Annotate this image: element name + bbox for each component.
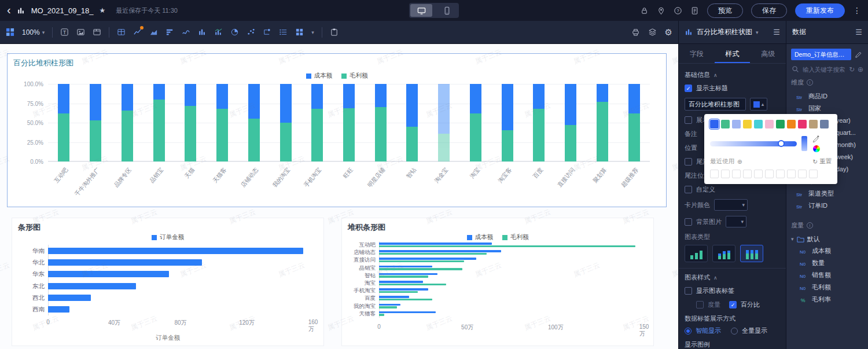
cost-bar[interactable] [379,273,437,275]
profit-bar[interactable] [379,253,487,255]
add-field-icon[interactable]: ⊕ [858,65,863,74]
measure-field[interactable]: N0数量 [791,257,863,269]
add-recent-icon[interactable]: ⊕ [737,158,742,165]
profit-bar[interactable] [379,284,446,286]
option-checkbox[interactable] [685,116,692,124]
section-chart-style[interactable]: 图表样式 ∧ [685,273,780,282]
measure-field[interactable]: N0销售额 [791,269,863,281]
dimension-field[interactable]: Str渠道类型 [791,188,863,200]
flow-chart-icon[interactable] [263,28,271,36]
measure-field[interactable]: N0毛利额 [791,281,863,293]
settings-gear-icon[interactable]: ⚙ [665,27,672,38]
info-icon[interactable]: i [807,222,813,229]
profit-bar[interactable] [379,275,428,278]
chevron-down-icon[interactable]: ▾ [756,30,759,35]
dimension-field[interactable]: Str订单ID [791,200,863,212]
cost-bar[interactable] [379,304,400,306]
order-amount-bar[interactable] [48,283,136,289]
stacked-column[interactable] [280,84,292,161]
color-swatch[interactable] [787,120,796,128]
more-menu-icon[interactable]: ⋮ [853,6,861,15]
stacked-column[interactable] [565,84,576,161]
tab-fields[interactable]: 字段 [679,44,715,63]
line-chart-icon[interactable] [133,28,142,36]
legend-item[interactable]: 订单金额 [152,233,184,241]
empty-swatch[interactable] [710,170,719,178]
tab-advanced[interactable]: 高级 [750,44,786,63]
stacked-column-type[interactable] [712,245,735,262]
stacked-column[interactable] [248,84,260,161]
widgets-logo-icon[interactable] [6,28,14,36]
info-icon[interactable]: i [807,79,813,86]
combo-chart-icon[interactable] [214,28,223,36]
stacked-column[interactable] [628,84,640,161]
zoom-select[interactable]: 100% ▾ [22,28,45,36]
order-amount-bar[interactable] [48,248,303,254]
stacked-column[interactable] [343,84,355,161]
color-swatch[interactable] [798,120,807,128]
color-swatch[interactable] [820,120,829,128]
profit-bar[interactable] [379,291,418,293]
empty-swatch[interactable] [721,170,730,178]
cost-bar[interactable] [379,250,501,252]
stacked-column[interactable] [375,84,387,161]
color-swatch[interactable] [809,120,818,128]
percent-stacked-column-type[interactable] [740,245,763,262]
chevron-down-icon[interactable]: ▾ [311,30,314,35]
dashboard-canvas[interactable]: 百分比堆积柱形图 成本额毛利额 100.0%75.0%50.0%25.0%0.0… [0,44,678,349]
scatter-chart-icon[interactable] [247,28,255,36]
order-amount-bar[interactable] [48,295,91,301]
panel-menu-icon[interactable]: ☰ [855,28,862,36]
empty-swatch[interactable] [798,170,807,178]
stacked-column[interactable] [122,84,133,161]
image-widget-icon[interactable] [76,28,85,36]
pie-chart-icon[interactable] [230,28,239,36]
profit-bar[interactable] [379,306,397,308]
stacked-column[interactable] [406,84,418,161]
empty-swatch[interactable] [787,170,796,178]
save-button[interactable]: 保存 [751,3,787,18]
stacked-column[interactable] [438,84,450,161]
dimension-field[interactable]: Str国家 [791,102,863,115]
lock-icon[interactable] [640,6,649,15]
layers-icon[interactable] [648,28,657,36]
color-swatch[interactable] [754,120,763,128]
stacked-column[interactable] [185,84,196,161]
smart-display-radio[interactable] [685,328,692,335]
audit-doc-icon[interactable] [690,6,699,15]
percent-checkbox[interactable]: ✓ [729,301,737,308]
desktop-view-button[interactable] [410,4,432,17]
empty-swatch[interactable] [754,170,763,178]
stacked-column[interactable] [597,84,608,161]
column-chart-type[interactable] [685,245,708,262]
chart-selector[interactable]: 百分比堆积柱状图 [697,27,752,37]
measure-checkbox[interactable] [696,301,704,308]
mobile-view-button[interactable] [436,4,458,17]
stacked-column[interactable] [58,84,69,161]
title-color-button[interactable]: ▴ [750,98,767,111]
cost-bar[interactable] [379,281,423,283]
order-amount-bar[interactable] [48,306,69,313]
profit-bar[interactable] [379,314,384,316]
stacked-column[interactable] [502,84,513,161]
legend-item[interactable]: 毛利额 [502,233,529,241]
bg-image-select[interactable]: ▾ [726,216,746,227]
text-widget-icon[interactable]: T [60,28,69,36]
reset-color-button[interactable]: ↻ 重置 [812,157,832,166]
edit-dataset-icon[interactable] [854,50,863,59]
empty-swatch[interactable] [765,170,774,178]
area-chart-icon[interactable] [149,28,158,36]
profit-bar[interactable] [379,299,432,301]
color-swatch[interactable] [776,120,785,128]
cost-bar[interactable] [379,258,476,260]
dataset-chip[interactable]: Demo_订单信息_202... [791,49,851,60]
color-swatch[interactable] [721,120,730,128]
section-basic-info[interactable]: 基础信息 ∧ [685,71,780,79]
wave-chart-icon[interactable] [182,28,190,36]
table-chart-icon[interactable] [117,28,126,36]
cost-bar[interactable] [379,266,432,268]
full-display-radio[interactable] [731,328,738,335]
empty-swatch[interactable] [776,170,785,178]
stacked-column[interactable] [311,84,323,161]
legend-item[interactable]: 毛利额 [341,72,368,80]
